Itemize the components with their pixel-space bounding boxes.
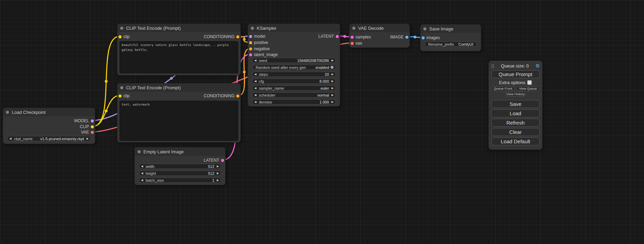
history-row: View History xyxy=(491,92,540,97)
node-ksampler[interactable]: KSampler model positive negative latent_… xyxy=(248,24,340,107)
node-title-bar[interactable]: CLIP Text Encode (Prompt) xyxy=(117,83,240,92)
input-slot-negative: negative xyxy=(248,46,270,51)
ckpt-name-widget[interactable]: ◀ ckpt_name v1-5-pruned-emaonly.ckpt ▶ xyxy=(7,136,91,141)
height-widget[interactable]: ◀ height 512 ▶ xyxy=(139,171,221,176)
toggle-enabled-icon[interactable] xyxy=(330,66,334,69)
output-label: CONDITIONING xyxy=(204,93,235,98)
vae-output-port[interactable] xyxy=(91,131,94,134)
increment-arrow-icon[interactable]: ▶ xyxy=(332,94,334,97)
clear-button[interactable]: Clear xyxy=(491,128,540,136)
conditioning-output-port[interactable] xyxy=(236,35,239,38)
refresh-button[interactable]: Refresh xyxy=(491,119,540,127)
clip-input-port[interactable] xyxy=(118,35,122,38)
decrement-arrow-icon[interactable]: ◀ xyxy=(254,80,256,83)
input-label: images xyxy=(426,35,440,40)
increment-arrow-icon[interactable]: ▶ xyxy=(332,59,334,62)
node-title-text: CLIP Text Encode (Prompt) xyxy=(126,85,181,90)
collapse-dot-icon[interactable] xyxy=(120,86,123,89)
node-title-bar[interactable]: Empty Latent Image xyxy=(135,147,225,156)
decrement-arrow-icon[interactable]: ◀ xyxy=(254,101,256,103)
widget-label: height xyxy=(145,171,156,175)
decrement-arrow-icon[interactable]: ◀ xyxy=(254,94,256,97)
increment-arrow-icon[interactable]: ▶ xyxy=(332,73,334,76)
increment-arrow-icon[interactable]: ▶ xyxy=(332,80,334,83)
decrement-arrow-icon[interactable]: ◀ xyxy=(141,172,143,175)
filename-prefix-widget[interactable]: filename_prefix ComfyUI xyxy=(425,42,477,47)
conditioning-output-port[interactable] xyxy=(236,94,239,98)
node-clip-text-encode-negative[interactable]: CLIP Text Encode (Prompt) clip CONDITION… xyxy=(117,83,241,143)
input-label: clip xyxy=(123,34,130,39)
steps-widget[interactable]: ◀ steps 20 ▶ xyxy=(252,72,336,77)
increment-arrow-icon[interactable]: ▶ xyxy=(217,179,219,182)
save-button[interactable]: Save xyxy=(491,100,540,108)
batch-size-widget[interactable]: ◀ batch_size 1 ▶ xyxy=(139,178,221,183)
sampler-name-widget[interactable]: ◀ sampler_name euler ▶ xyxy=(252,85,336,91)
clip-input-port[interactable] xyxy=(118,94,122,98)
node-title-bar[interactable]: Save Image xyxy=(421,25,481,33)
latent-output-port[interactable] xyxy=(221,159,224,162)
node-load-checkpoint[interactable]: Load Checkpoint MODEL CLIP VAE ◀ ckpt_na… xyxy=(3,108,95,144)
positive-input-port[interactable] xyxy=(249,41,252,44)
increment-arrow-icon[interactable]: ▶ xyxy=(87,137,89,140)
scheduler-widget[interactable]: ◀ scheduler normal ▶ xyxy=(252,92,336,98)
load-default-button[interactable]: Load Default xyxy=(491,137,540,145)
collapse-dot-icon[interactable] xyxy=(138,150,141,153)
node-title-bar[interactable]: Load Checkpoint xyxy=(3,108,95,116)
widget-label: Random seed after every gen xyxy=(256,65,306,70)
input-slot-clip: clip xyxy=(117,93,130,98)
increment-arrow-icon[interactable]: ▶ xyxy=(217,172,219,175)
decrement-arrow-icon[interactable]: ◀ xyxy=(254,73,256,76)
view-queue-button[interactable]: View Queue xyxy=(516,86,540,91)
queue-prompt-button[interactable]: Queue Prompt xyxy=(491,70,540,78)
increment-arrow-icon[interactable]: ▶ xyxy=(217,165,219,168)
load-button[interactable]: Load xyxy=(491,109,540,117)
positive-prompt-textarea[interactable]: beautiful scenery nature glass bottle la… xyxy=(120,41,238,73)
collapse-dot-icon[interactable] xyxy=(352,27,355,30)
collapse-dot-icon[interactable] xyxy=(6,111,9,114)
view-history-button[interactable]: View History xyxy=(505,92,526,97)
node-clip-text-encode-positive[interactable]: CLIP Text Encode (Prompt) clip CONDITION… xyxy=(117,24,241,75)
random-seed-toggle-widget[interactable]: Random seed after every gen enabled xyxy=(252,65,336,70)
settings-gear-icon[interactable]: ⚙ xyxy=(535,63,540,68)
vae-input-port[interactable] xyxy=(351,42,354,45)
widget-label: seed xyxy=(259,58,267,63)
increment-arrow-icon[interactable]: ▶ xyxy=(332,101,334,103)
seed-widget[interactable]: ◀ seed 156680208700286 ▶ xyxy=(252,58,336,63)
node-vae-decode[interactable]: VAE Decode samples vae IMAGE xyxy=(349,24,410,48)
images-input-port[interactable] xyxy=(422,36,425,39)
latent-image-input-port[interactable] xyxy=(249,53,252,56)
node-save-image[interactable]: Save Image images filename_prefix ComfyU… xyxy=(420,24,481,51)
decrement-arrow-icon[interactable]: ◀ xyxy=(141,179,143,182)
latent-output-port[interactable] xyxy=(336,35,339,38)
cfg-widget[interactable]: ◀ cfg 8.000 ▶ xyxy=(252,79,336,84)
model-input-port[interactable] xyxy=(249,35,252,38)
model-output-port[interactable] xyxy=(91,119,94,123)
input-slot-latent-image: latent_image xyxy=(248,52,278,57)
collapse-dot-icon[interactable] xyxy=(251,27,254,30)
node-title-bar[interactable]: CLIP Text Encode (Prompt) xyxy=(117,24,240,32)
collapse-dot-icon[interactable] xyxy=(120,27,123,30)
increment-arrow-icon[interactable]: ▶ xyxy=(332,87,334,90)
denoise-widget[interactable]: ◀ denoise 1.000 ▶ xyxy=(252,99,336,105)
negative-input-port[interactable] xyxy=(249,47,252,51)
decrement-arrow-icon[interactable]: ◀ xyxy=(254,59,256,62)
decrement-arrow-icon[interactable]: ◀ xyxy=(141,165,143,168)
collapse-dot-icon[interactable] xyxy=(423,27,426,30)
extra-options-checkbox[interactable] xyxy=(527,80,532,85)
drag-handle-icon[interactable] xyxy=(491,64,494,68)
node-title-bar[interactable]: KSampler xyxy=(248,24,340,32)
queue-front-button[interactable]: Queue Front xyxy=(491,86,515,91)
samples-input-port[interactable] xyxy=(351,36,354,39)
output-slot-latent: LATENT xyxy=(318,34,340,39)
node-title-bar[interactable]: VAE Decode xyxy=(350,24,409,32)
decrement-arrow-icon[interactable]: ◀ xyxy=(9,137,11,140)
negative-prompt-textarea[interactable]: text, watermark xyxy=(120,101,238,141)
width-widget[interactable]: ◀ width 512 ▶ xyxy=(139,164,221,169)
clip-output-port[interactable] xyxy=(91,125,94,128)
decrement-arrow-icon[interactable]: ◀ xyxy=(254,87,256,90)
widget-value: 1.000 xyxy=(319,100,329,104)
node-empty-latent-image[interactable]: Empty Latent Image LATENT ◀ width 512 ▶ … xyxy=(134,147,226,185)
graph-canvas[interactable]: Load Checkpoint MODEL CLIP VAE ◀ ckpt_na… xyxy=(0,0,644,244)
image-output-port[interactable] xyxy=(405,36,408,39)
widget-value: enabled xyxy=(316,65,329,70)
